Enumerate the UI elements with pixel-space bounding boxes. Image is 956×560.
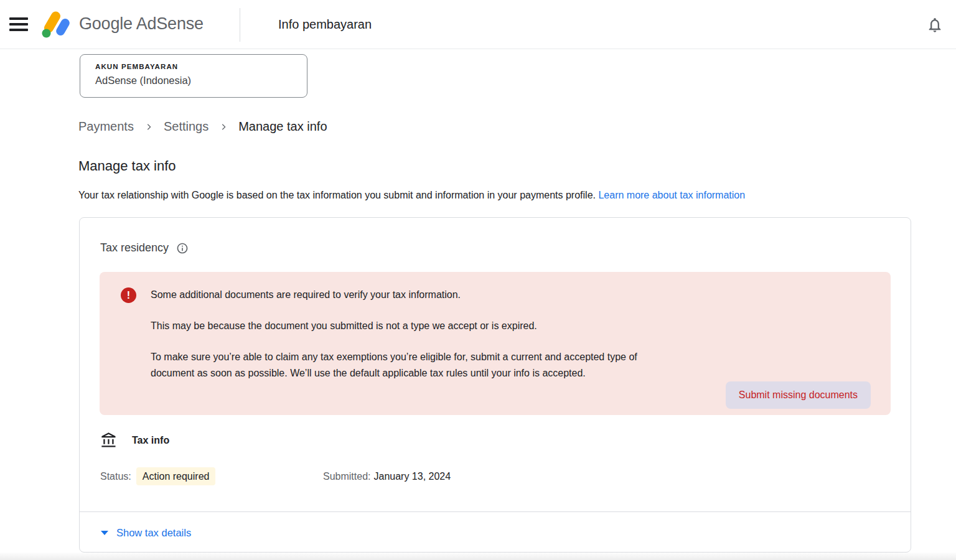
submitted-group: Submitted:January 13, 2024 [323,467,451,485]
breadcrumb-payments[interactable]: Payments [78,119,134,134]
header-page-title: Info pembayaran [278,17,372,32]
show-tax-details-toggle[interactable]: Show tax details [101,527,911,539]
missing-documents-alert: ! Some additional documents are required… [100,272,891,415]
page-title: Manage tax info [78,158,176,174]
tax-residency-title: Tax residency [100,241,169,254]
brand-name: Google AdSense [79,14,204,34]
tax-info-title: Tax info [132,435,169,446]
notifications-bell-icon[interactable] [926,16,944,34]
alert-paragraph: To make sure you’re able to claim any ta… [151,349,673,381]
show-tax-details-label: Show tax details [116,527,191,539]
alert-paragraph: Some additional documents are required t… [151,287,673,303]
tax-residency-heading: Tax residency [100,241,911,254]
card-divider [80,511,911,512]
triangle-down-icon [101,531,108,535]
chevron-right-icon [143,121,155,133]
adsense-payments-page: Google AdSense Info pembayaran AKUN PEMB… [0,0,956,560]
status-label: Status: [100,471,131,482]
breadcrumb-settings[interactable]: Settings [164,119,209,134]
tax-info-row: Tax info [100,432,911,449]
submitted-value: January 13, 2024 [373,471,451,482]
page-bottom-fade [0,553,956,560]
app-header: Google AdSense Info pembayaran [0,0,956,49]
payment-account-selector[interactable]: AKUN PEMBAYARAN AdSense (Indonesia) [80,54,307,98]
page-description-text: Your tax relationship with Google is bas… [78,190,596,200]
page-description: Your tax relationship with Google is bas… [78,190,912,201]
hamburger-menu-icon[interactable] [9,17,28,32]
adsense-logo-icon[interactable] [41,10,71,41]
status-badge: Action required [136,467,216,485]
chevron-right-icon [217,121,230,133]
submit-missing-documents-button[interactable]: Submit missing documents [726,381,871,409]
breadcrumb: Payments Settings Manage tax info [78,119,327,134]
submitted-label: Submitted: [323,471,370,482]
status-row: Status:Action required Submitted:January… [100,467,911,485]
tax-residency-card: Tax residency ! Some additional document… [79,217,911,553]
error-icon: ! [121,287,136,303]
payment-account-label: AKUN PEMBAYARAN [95,63,292,70]
learn-more-link[interactable]: Learn more about tax information [598,190,745,200]
bank-icon [100,432,118,449]
payment-account-value: AdSense (Indonesia) [95,75,292,86]
breadcrumb-manage-tax-info: Manage tax info [238,119,327,134]
info-icon[interactable] [176,242,189,254]
alert-paragraph: This may be because the document you sub… [151,318,673,334]
header-divider [240,8,240,42]
